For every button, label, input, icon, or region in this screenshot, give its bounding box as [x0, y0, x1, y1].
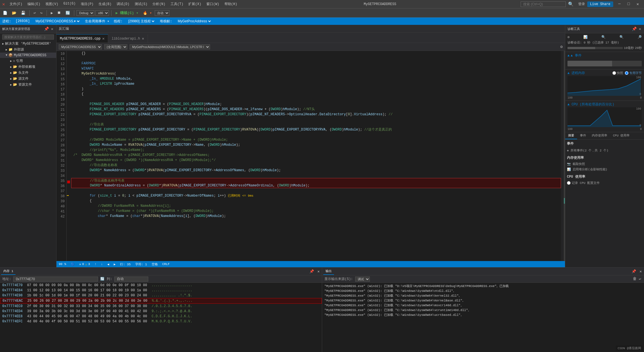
mem-axis: 100 0 — [567, 96, 642, 99]
toolbar-restart[interactable]: 🔄 — [64, 10, 72, 16]
thread-select[interactable]: [29980] 主线程 — [127, 19, 155, 23]
toolbar-redo[interactable]: ↪ — [39, 10, 44, 16]
diag-tab-summary[interactable]: 摘要 — [565, 132, 577, 139]
title-bar-left: ✕ 文件(F) 编辑(E) 视图(V) Git(G) 项目(P) 生成(B) 调… — [2, 1, 239, 7]
heap-analysis-item[interactable]: 📊 启用堆分析(会影响性能) — [567, 167, 642, 172]
menu-debug[interactable]: 调试(D) — [114, 1, 132, 7]
diag-close[interactable]: ✕ — [638, 26, 642, 32]
diag-settings-icon[interactable]: ⚙ — [567, 35, 569, 39]
out-close[interactable]: ✕ — [638, 269, 643, 274]
memory-snapshot-radio[interactable] — [612, 71, 616, 75]
process-bar: 进程: [26936] MyGETPRCOADDRESS.▾ 生命周期事件 ▾ … — [0, 18, 644, 25]
address-input[interactable] — [13, 277, 98, 282]
cpu-toggle[interactable]: ▲ CPU (所有处理器的百分比) — [567, 102, 642, 107]
out-pin[interactable]: 📌 — [630, 269, 637, 274]
sidebar-item-external-sources[interactable]: ▶ 📁 外部源 — [0, 47, 56, 53]
events-toggle[interactable]: ▲ ▲ 事件 — [567, 53, 642, 58]
breadcrumb-func-select[interactable]: MyGetProcAddress(HMODULE hModule, LPCSTR… — [130, 44, 210, 49]
take-snapshot-item[interactable]: 📷 截取快照 — [567, 161, 642, 167]
tab-libloader-close[interactable]: ✕ — [142, 36, 144, 41]
sidebar-pin[interactable]: 📌 — [43, 26, 49, 32]
menu-build[interactable]: 生成(B) — [96, 1, 114, 7]
sidebar-item-sources[interactable]: ▶ 📂 源文件 — [0, 76, 56, 82]
diag-tab-events[interactable]: 事件 — [577, 132, 589, 139]
menu-analyze[interactable]: 分析(N) — [150, 1, 168, 7]
sidebar-search-input[interactable] — [2, 34, 54, 40]
tab-main-cpp[interactable]: MyGETPRCOADDRESS.cpp ✕ — [56, 34, 108, 43]
target-select[interactable]: 自动 — [155, 10, 169, 16]
menu-help[interactable]: 帮助(H) — [222, 1, 240, 7]
diag-zoom-out-icon[interactable]: 🔍 — [619, 35, 624, 39]
live-share-button[interactable]: Live Share — [587, 1, 613, 7]
menu-extensions[interactable]: 扩展(X) — [186, 1, 204, 7]
toolbar-new[interactable]: 📄 — [1, 10, 9, 16]
tab-libloader[interactable]: libloaderapi.h ✕ — [108, 34, 148, 43]
sidebar-item-mygetprocaddress[interactable]: ▼ 📦 MyGETPRCOADDRESS — [0, 53, 56, 58]
menu-file[interactable]: 文件(F) — [7, 1, 25, 7]
sidebar-item-external-deps[interactable]: ▶ 📂 外部依赖项 — [0, 64, 56, 70]
record-cpu-item[interactable]: 记录 CPU 配置文件 — [567, 180, 642, 186]
diag-filter-icon[interactable]: 🔎 — [638, 35, 642, 39]
menu-tools[interactable]: 工具(T) — [168, 1, 186, 7]
minimize-button[interactable]: ─ — [615, 1, 623, 7]
sidebar-item-references[interactable]: ▶ ◇ 引用 — [0, 58, 56, 64]
code-editor[interactable]: {} FARPROC WINAPI MyGetProcAddress( _In_… — [71, 51, 561, 261]
left-arrow[interactable]: ◀ — [107, 262, 109, 266]
memory-bytes-option[interactable]: 专用字节 — [625, 71, 642, 75]
tab-main-cpp-close[interactable]: ✕ — [102, 36, 104, 41]
toolbar-open[interactable]: 📂 — [10, 10, 18, 16]
search-icon[interactable]: 🔍 — [568, 1, 574, 7]
diag-tab-memory[interactable]: 内存使用率 — [589, 132, 610, 139]
mem-pin[interactable]: 📌 — [308, 269, 315, 274]
breadcrumb-scope-select[interactable]: (全局范围) — [104, 44, 127, 49]
right-arrow[interactable]: ▶ — [114, 262, 116, 266]
toolbar-stop[interactable]: ⏹ — [56, 10, 63, 16]
output-wrap[interactable]: ↩ — [638, 276, 642, 282]
toolbar-undo[interactable]: ↩ — [32, 10, 38, 16]
search-input[interactable] — [521, 1, 566, 7]
menu-git[interactable]: Git(G) — [61, 1, 78, 7]
source-select[interactable]: 调试 — [355, 277, 370, 282]
mem-close[interactable]: ✕ — [316, 269, 321, 274]
user-login[interactable]: 登录 — [578, 2, 585, 6]
menu-view[interactable]: 视图(V) — [43, 1, 61, 7]
up-arrow[interactable]: ↑ — [95, 262, 97, 266]
record-cpu-option[interactable]: 记录 CPU 配置文件 — [567, 181, 600, 185]
close-button[interactable]: ✕ — [634, 1, 642, 7]
stack-select[interactable]: MyGetProcAddress — [176, 19, 212, 23]
diag-zoom-in-icon[interactable]: 🔍 — [601, 35, 606, 39]
memory-bytes-radio[interactable] — [625, 71, 628, 75]
watermark: CSDN @番茄酱网 — [616, 346, 643, 351]
menu-test[interactable]: 测试(S) — [132, 1, 150, 7]
sidebar-item-resources[interactable]: ▶ 📂 资源文件 — [0, 82, 56, 88]
output-tab[interactable]: 输出 — [323, 268, 334, 275]
diag-pin[interactable]: 📌 — [631, 26, 637, 32]
breadcrumb-file-select[interactable]: MyGETPRCOADDRESS — [59, 44, 102, 49]
menu-edit[interactable]: 编辑(E) — [25, 1, 43, 7]
menu-project[interactable]: 项目(P) — [78, 1, 96, 7]
sidebar-item-headers[interactable]: ▶ 📂 头文件 — [0, 70, 56, 76]
output-clear[interactable]: 🗑 — [632, 276, 637, 282]
down-arrow[interactable]: ↓ — [101, 262, 103, 266]
memory-snapshot-option[interactable]: 快照 — [612, 71, 623, 75]
diag-chart-icon[interactable]: 📊 — [583, 35, 588, 39]
record-cpu-radio[interactable] — [567, 181, 571, 185]
process-select[interactable]: MyGETPRCOADDRESS.▾ — [34, 19, 80, 23]
menu-window[interactable]: 窗口(W) — [204, 1, 222, 7]
memory-toggle[interactable]: ▲ 进程内存 — [567, 71, 585, 75]
hot-reload-button[interactable]: 🔥 ▾ — [141, 10, 154, 16]
editor-settings-icon[interactable]: ⚙ — [560, 44, 563, 49]
maximize-button[interactable]: □ — [625, 1, 632, 7]
debug-config-select[interactable]: Debug — [77, 10, 94, 16]
continue-button[interactable]: ▶ 继续(C) ▾ — [114, 10, 140, 16]
memory-content[interactable]: 0x77774E70 07 00 08 00 09 00 0a 00 0b 00… — [0, 283, 322, 352]
zoom-level: 90 % — [59, 262, 66, 266]
toolbar-save[interactable]: 💾 — [19, 10, 27, 16]
diag-tab-cpu[interactable]: CPU 使用率 — [610, 132, 632, 139]
sidebar-close[interactable]: ✕ — [51, 26, 54, 32]
platform-select[interactable]: x86 — [95, 10, 109, 16]
addr-refresh-icon[interactable]: 🔄 — [100, 277, 104, 281]
memory-tab[interactable]: 内存 1 — [1, 268, 16, 275]
col-input[interactable] — [114, 277, 148, 282]
toolbar-start[interactable]: ▶ — [49, 10, 55, 16]
